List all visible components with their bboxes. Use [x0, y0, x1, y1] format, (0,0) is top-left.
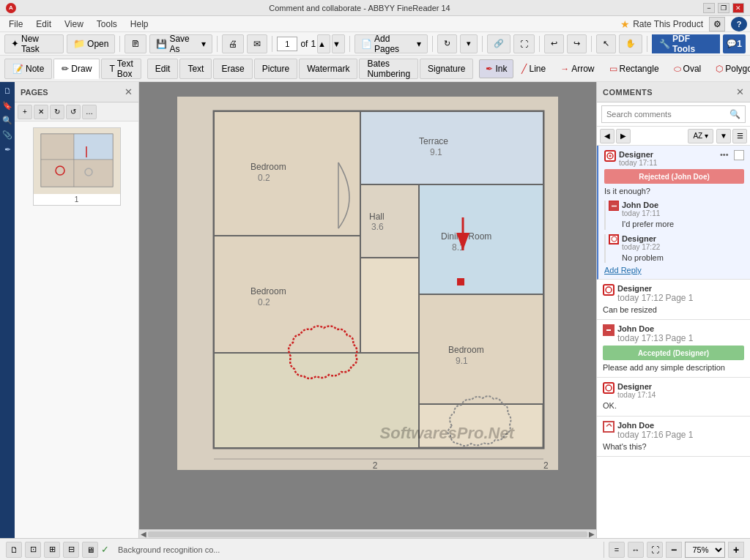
open-button[interactable]: 📁 Open [67, 34, 115, 53]
bottom-fit-width-tool[interactable]: ⊡ [25, 542, 41, 558]
bottom-multi-page-tool[interactable]: ⊟ [63, 542, 79, 558]
page-rotate-cw-tool[interactable]: ↻ [50, 105, 64, 119]
tab-draw[interactable]: ✏ Draw [53, 59, 100, 79]
menu-edit[interactable]: Edit [30, 18, 57, 31]
sidebar-bookmarks-icon[interactable]: 🔖 [1, 100, 13, 111]
tool-rectangle[interactable]: ▭ Rectangle [603, 59, 666, 78]
rect-icon: ▭ [609, 64, 617, 74]
new-task-button[interactable]: ✦ New Task [4, 34, 64, 53]
help-button[interactable]: ? [731, 17, 747, 31]
bottom-page-tool[interactable]: 🗋 [6, 542, 22, 558]
page-thumbnail-1[interactable]: 1 [33, 127, 121, 206]
page-add-tool[interactable]: + [18, 105, 32, 119]
page-more-tool[interactable]: … [82, 105, 97, 119]
sidebar-sign-icon[interactable]: ✒ [1, 143, 13, 155]
page-delete-tool[interactable]: ✕ [34, 105, 48, 119]
email-button[interactable]: ✉ [247, 34, 267, 53]
comments-close-button[interactable]: ✕ [736, 86, 744, 97]
add-reply-button-1[interactable]: Add Reply [604, 266, 744, 275]
svg-rect-4 [41, 160, 74, 187]
tab-bates[interactable]: Bates Numbering [359, 59, 418, 79]
bottom-full-tool[interactable]: ⛶ [647, 542, 663, 558]
separator-3 [272, 36, 272, 52]
menu-help[interactable]: Help [125, 18, 155, 31]
folder-icon: 📁 [73, 38, 85, 49]
bottom-fit-page-tool[interactable]: ⊞ [44, 542, 60, 558]
settings-button[interactable]: ⚙ [709, 17, 725, 31]
refresh-button[interactable]: ↻ [437, 34, 457, 53]
tab-note[interactable]: 📝 Note [4, 59, 52, 79]
rate-product[interactable]: ★ Rate This Product [620, 18, 703, 30]
svg-point-42 [612, 236, 617, 242]
expand-button[interactable]: ☰ [732, 129, 747, 143]
fullscreen-button[interactable]: ⛶ [513, 34, 535, 53]
line-icon: ╱ [521, 64, 527, 74]
minimize-button[interactable]: − [703, 3, 715, 13]
menu-tools[interactable]: Tools [91, 18, 123, 31]
tool-polygon[interactable]: ⬡ Polygon [709, 59, 750, 78]
bottom-arrow-h-tool[interactable]: ↔ [628, 542, 644, 558]
tool-ink[interactable]: ✒ Ink [479, 59, 513, 78]
tab-textbox[interactable]: T Text Box [101, 59, 141, 79]
prev-comment-button[interactable]: ◀ [600, 129, 615, 143]
document-area[interactable]: Bedroom 0.2 Terrace 9.1 Dining Room 8.1 … [139, 82, 596, 538]
filter-button[interactable]: ▼ [716, 129, 731, 143]
cursor-button[interactable]: ↖ [596, 34, 616, 53]
page-up-button[interactable]: ▲ [317, 34, 330, 53]
bottom-monitor-tool[interactable]: 🖥 [82, 542, 98, 558]
save-layout-button[interactable]: 🖹 [125, 34, 146, 53]
page-down-button[interactable]: ▼ [332, 34, 345, 53]
comment-1-author: Designer [619, 150, 717, 159]
reply-1-2-time: today 17:22 [622, 243, 664, 251]
comments-search-input[interactable] [606, 110, 729, 119]
tool-line[interactable]: ╱ Line [515, 59, 552, 78]
zoom-in-button[interactable]: + [728, 542, 744, 558]
zoom-select[interactable]: 75% 50% 100% 150% [685, 542, 725, 558]
tab-erase[interactable]: Erase [213, 59, 252, 79]
print-button[interactable]: 🖨 [222, 34, 244, 53]
sidebar-search-icon[interactable]: 🔍 [1, 114, 13, 126]
next-comment-button[interactable]: ▶ [616, 129, 631, 143]
pages-title: PAGES [21, 88, 122, 97]
menu-view[interactable]: View [59, 18, 89, 31]
comment-panel-button[interactable]: 💬 1 [723, 34, 746, 53]
share-button[interactable]: 🔗 [487, 34, 510, 53]
svg-text:Bedroom: Bedroom [448, 345, 484, 355]
tab-signature[interactable]: Signature [420, 59, 473, 79]
svg-rect-15 [360, 111, 543, 184]
separator-6 [482, 36, 483, 52]
comment-1-text: Is it enough? [604, 186, 744, 196]
tab-picture[interactable]: Picture [254, 59, 297, 79]
tab-text[interactable]: Text [179, 59, 212, 79]
sort-az-button[interactable]: AZ ▾ [688, 129, 713, 143]
zoom-out-button[interactable]: − [666, 542, 682, 558]
page-rotate-ccw-tool[interactable]: ↺ [66, 105, 81, 119]
sidebar-attach-icon[interactable]: 📎 [1, 129, 13, 141]
comment-1-checkbox[interactable] [734, 150, 744, 160]
page-navigation: of 1 ▲ ▼ [277, 34, 345, 53]
tool-oval[interactable]: ⬭ Oval [667, 59, 708, 78]
pages-close-button[interactable]: ✕ [125, 86, 133, 97]
separator-4 [349, 36, 350, 52]
comment-1-more-button[interactable]: ••• [720, 150, 732, 160]
close-button[interactable]: ✕ [732, 3, 744, 13]
save-as-button[interactable]: 💾 Save As ▾ [149, 34, 212, 53]
tool-arrow[interactable]: → Arrow [554, 59, 601, 78]
menu-file[interactable]: File [3, 18, 29, 31]
add-pages-button[interactable]: 📄 Add Pages ▾ [354, 34, 428, 53]
reply-1-2-text: No problem [622, 253, 664, 263]
refresh-dropdown[interactable]: ▾ [460, 34, 478, 53]
tab-edit[interactable]: Edit [147, 59, 179, 79]
horizontal-scrollbar[interactable]: ◀ ▶ [139, 529, 596, 538]
restore-button[interactable]: ❐ [718, 3, 729, 13]
separator-9 [647, 36, 647, 52]
pdf-tools-button[interactable]: 🔧 PDF Tools [652, 34, 720, 53]
page-number-input[interactable] [277, 37, 297, 51]
undo-button[interactable]: ↩ [544, 34, 564, 53]
sidebar-pages-icon[interactable]: 🗋 [1, 85, 13, 97]
redo-button[interactable]: ↪ [567, 34, 587, 53]
tab-watermark[interactable]: Watermark [299, 59, 357, 79]
pages-toolbar: + ✕ ↻ ↺ … [15, 102, 138, 122]
hand-button[interactable]: ✋ [619, 34, 642, 53]
bottom-equal-tool[interactable]: = [609, 542, 625, 558]
